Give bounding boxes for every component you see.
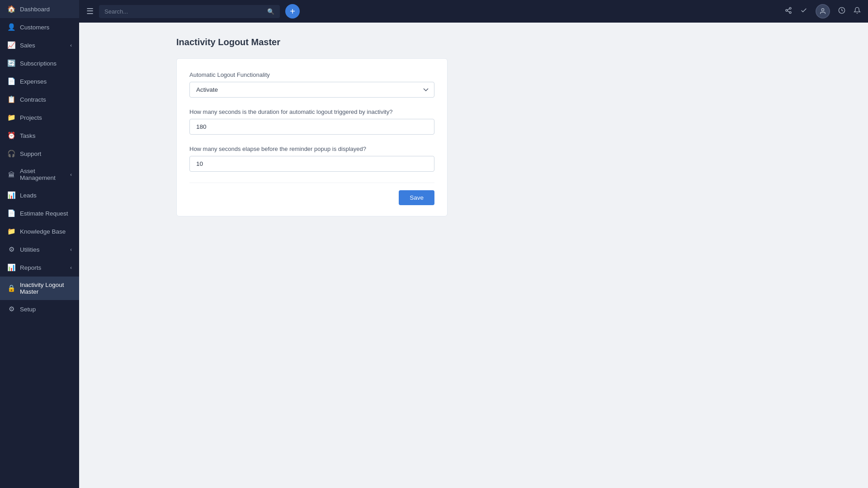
- tasks-icon: ⏰: [7, 131, 15, 140]
- chevron-icon: ‹: [70, 247, 72, 252]
- sidebar-item-expenses[interactable]: 📄 Expenses: [0, 72, 79, 90]
- expenses-icon: 📄: [7, 77, 15, 85]
- bell-icon[interactable]: [854, 7, 861, 16]
- topbar-right: [785, 4, 861, 19]
- sidebar-item-label: Knowledge Base: [20, 228, 66, 235]
- sidebar-item-tasks[interactable]: ⏰ Tasks: [0, 127, 79, 145]
- sidebar-item-label: Inactivity Logout Master: [20, 282, 72, 295]
- sidebar-item-dashboard[interactable]: 🏠 Dashboard: [0, 0, 79, 18]
- share-icon[interactable]: [785, 7, 792, 16]
- sidebar-item-label: Reports: [20, 264, 41, 271]
- auto-logout-group: Automatic Logout Functionality Activate …: [189, 71, 434, 98]
- sidebar-item-setup[interactable]: ⚙ Setup: [0, 300, 79, 318]
- sidebar-item-label: Projects: [20, 114, 42, 121]
- estimate-request-icon: 📄: [7, 209, 15, 217]
- sidebar-item-leads[interactable]: 📊 Leads: [0, 186, 79, 204]
- chevron-icon: ‹: [70, 172, 72, 177]
- sidebar-item-subscriptions[interactable]: 🔄 Subscriptions: [0, 54, 79, 72]
- sidebar-item-label: Sales: [20, 42, 35, 49]
- knowledge-base-icon: 📁: [7, 227, 15, 235]
- sidebar-item-label: Utilities: [20, 246, 40, 253]
- sidebar-item-label: Tasks: [20, 132, 36, 139]
- svg-line-3: [788, 11, 790, 12]
- page-title: Inactivity Logout Master: [176, 37, 850, 47]
- sidebar: 🏠 Dashboard 👤 Customers 📈 Sales ‹ 🔄 Subs…: [0, 0, 79, 488]
- sidebar-item-label: Expenses: [20, 78, 47, 85]
- sidebar-item-contracts[interactable]: 📋 Contracts: [0, 90, 79, 108]
- search-box: 🔍: [99, 5, 280, 18]
- main-content: Inactivity Logout Master Automatic Logou…: [158, 23, 868, 488]
- sidebar-item-label: Subscriptions: [20, 60, 57, 67]
- auto-logout-label: Automatic Logout Functionality: [189, 71, 434, 78]
- sidebar-item-label: Setup: [20, 306, 36, 313]
- chevron-icon: ‹: [70, 42, 72, 48]
- sidebar-item-label: Leads: [20, 192, 37, 199]
- dashboard-icon: 🏠: [7, 5, 15, 13]
- inactivity-logout-master-icon: 🔒: [7, 284, 15, 292]
- svg-point-1: [786, 9, 788, 11]
- hamburger-icon[interactable]: ☰: [86, 6, 94, 16]
- reports-icon: 📊: [7, 263, 15, 272]
- reminder-input[interactable]: [189, 156, 434, 172]
- sidebar-item-sales[interactable]: 📈 Sales ‹: [0, 36, 79, 54]
- customers-icon: 👤: [7, 23, 15, 31]
- save-button[interactable]: Save: [399, 190, 434, 205]
- sidebar-item-estimate-request[interactable]: 📄 Estimate Request: [0, 204, 79, 222]
- sidebar-item-inactivity-logout-master[interactable]: 🔒 Inactivity Logout Master: [0, 277, 79, 300]
- card-footer: Save: [189, 183, 434, 205]
- auto-logout-select[interactable]: Activate Deactivate: [189, 82, 434, 98]
- chevron-icon: ‹: [70, 265, 72, 270]
- subscriptions-icon: 🔄: [7, 59, 15, 67]
- sales-icon: 📈: [7, 41, 15, 49]
- sidebar-item-customers[interactable]: 👤 Customers: [0, 18, 79, 36]
- projects-icon: 📁: [7, 113, 15, 122]
- check-icon[interactable]: [800, 7, 807, 16]
- sidebar-item-label: Asset Management: [20, 168, 66, 181]
- asset-management-icon: 🏛: [7, 171, 15, 178]
- leads-icon: 📊: [7, 191, 15, 199]
- svg-point-5: [821, 9, 824, 11]
- search-icon[interactable]: 🔍: [267, 8, 274, 15]
- sidebar-item-label: Support: [20, 150, 41, 157]
- contracts-icon: 📋: [7, 95, 15, 103]
- search-input[interactable]: [104, 8, 264, 15]
- sidebar-item-asset-management[interactable]: 🏛 Asset Management ‹: [0, 163, 79, 186]
- sidebar-item-utilities[interactable]: ⚙ Utilities ‹: [0, 240, 79, 258]
- topbar: ☰ 🔍 +: [79, 0, 868, 23]
- svg-point-0: [789, 7, 791, 9]
- sidebar-item-projects[interactable]: 📁 Projects: [0, 108, 79, 127]
- sidebar-item-label: Estimate Request: [20, 210, 68, 217]
- add-button[interactable]: +: [285, 4, 300, 19]
- sidebar-item-label: Contracts: [20, 96, 46, 103]
- setup-icon: ⚙: [7, 305, 15, 313]
- duration-label: How many seconds is the duration for aut…: [189, 108, 434, 115]
- duration-input[interactable]: [189, 119, 434, 135]
- reminder-group: How many seconds elapse before the remin…: [189, 145, 434, 172]
- sidebar-item-reports[interactable]: 📊 Reports ‹: [0, 258, 79, 277]
- svg-line-4: [788, 9, 790, 10]
- svg-point-2: [789, 12, 791, 14]
- support-icon: 🎧: [7, 150, 15, 158]
- sidebar-item-label: Customers: [20, 24, 49, 31]
- utilities-icon: ⚙: [7, 245, 15, 253]
- avatar[interactable]: [816, 4, 830, 19]
- duration-group: How many seconds is the duration for aut…: [189, 108, 434, 135]
- sidebar-item-support[interactable]: 🎧 Support: [0, 145, 79, 163]
- reminder-label: How many seconds elapse before the remin…: [189, 145, 434, 152]
- sidebar-item-knowledge-base[interactable]: 📁 Knowledge Base: [0, 222, 79, 240]
- clock-icon[interactable]: [838, 7, 845, 16]
- inactivity-form-card: Automatic Logout Functionality Activate …: [176, 58, 448, 216]
- sidebar-item-label: Dashboard: [20, 6, 50, 13]
